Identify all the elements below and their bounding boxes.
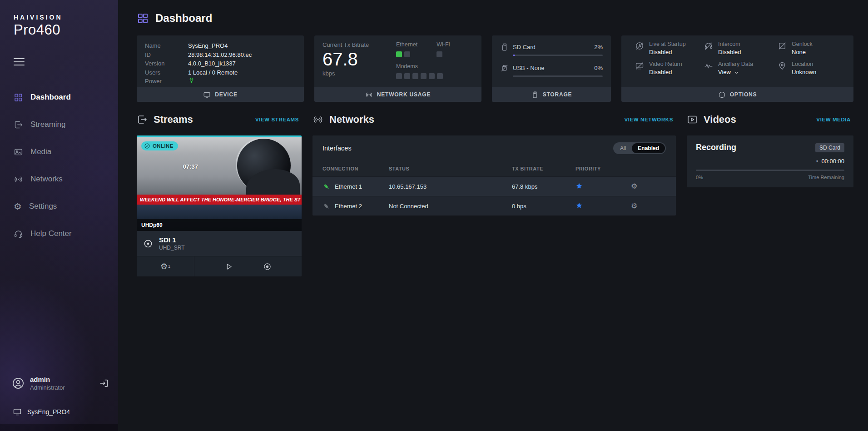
brand-pro460: Pro460 xyxy=(14,22,118,38)
bitrate-unit: kbps xyxy=(322,70,391,77)
sd-card-progressbar xyxy=(513,55,603,56)
input-source-icon xyxy=(143,239,153,249)
stream-thumbnail[interactable]: 07:37 WEEKEND WILL AFFECT THE HONORE-MER… xyxy=(137,137,302,231)
device-name-row: SysEng_PRO4 xyxy=(13,407,70,416)
network-usage-footer-button[interactable]: NETWORK USAGE xyxy=(314,87,481,102)
sidebar-item-media[interactable]: Media xyxy=(0,138,118,165)
sidebar-item-help-center[interactable]: Help Center xyxy=(0,220,118,247)
streaming-icon xyxy=(14,120,23,130)
wave-icon xyxy=(704,61,713,70)
intercom-disabled-icon xyxy=(704,41,713,50)
dashboard-icon xyxy=(14,93,23,102)
wifi-indicator: Wi-Fi xyxy=(436,41,450,57)
device-field-value: 1 Local / 0 Remote xyxy=(188,68,238,77)
device-field-value: SysEng_PRO4 xyxy=(188,41,228,50)
interface-settings-icon[interactable]: ⚙ xyxy=(631,183,666,190)
option-video-return: Video Return Disabled xyxy=(635,61,704,75)
stream-name: SDI 1 xyxy=(159,236,184,244)
wifi-1-indicator xyxy=(436,51,442,57)
sidebar-item-label: Settings xyxy=(29,202,57,211)
bitrate-label: Current Tx Bitrate xyxy=(322,41,391,48)
device-field-label: Users xyxy=(145,68,188,77)
streams-section-header: Streams VIEW STREAMS xyxy=(137,114,302,125)
option-ancillary-data: Ancillary Data View xyxy=(704,61,778,75)
stream-settings-button[interactable]: ⚙ 1 xyxy=(137,256,194,276)
modems-indicator: Modems xyxy=(396,63,450,79)
option-label: Genlock xyxy=(792,41,813,47)
interfaces-title: Interfaces xyxy=(322,145,352,152)
option-genlock: Genlock None xyxy=(778,41,853,55)
network-usage-footer-label: NETWORK USAGE xyxy=(377,91,431,98)
view-networks-link[interactable]: VIEW NETWORKS xyxy=(625,117,676,122)
interfaces-table-header: CONNECTION STATUS TX BITRATE PRIORITY xyxy=(312,161,676,176)
sidebar-item-dashboard[interactable]: Dashboard xyxy=(0,84,118,111)
option-value: Unknown xyxy=(792,69,816,75)
usb-row: USB - None 0% xyxy=(500,64,603,77)
column-tx-bitrate: TX BITRATE xyxy=(512,166,575,171)
storage-footer-button[interactable]: STORAGE xyxy=(492,87,611,102)
interfaces-panel: Interfaces All Enabled CONNECTION STATUS… xyxy=(312,135,676,216)
option-label: Location xyxy=(792,61,816,67)
avatar-icon xyxy=(12,377,25,390)
online-status-label: ONLINE xyxy=(153,143,174,149)
sidebar-item-settings[interactable]: ⚙ Settings xyxy=(0,193,118,220)
device-footer-button[interactable]: DEVICE xyxy=(137,87,304,102)
sidebar-item-networks[interactable]: Networks xyxy=(0,165,118,193)
page-header: Dashboard xyxy=(137,12,853,25)
sidebar: HAIVISION Pro460 Dashboard Streaming Med… xyxy=(0,0,118,431)
wifi-label: Wi-Fi xyxy=(436,41,450,48)
recording-time-remaining-label: Time Remaining xyxy=(808,175,844,180)
ethernet-2-indicator xyxy=(404,51,410,57)
device-field-value: 4.0.0_B10_jk1337 xyxy=(188,59,236,68)
sidebar-item-label: Networks xyxy=(30,175,63,184)
priority-star-icon[interactable] xyxy=(575,202,583,209)
filter-all-button[interactable]: All xyxy=(614,143,632,153)
recording-bullet-icon: • xyxy=(816,158,818,164)
usb-progressbar xyxy=(513,75,603,77)
brand-logo: HAIVISION Pro460 xyxy=(0,0,118,38)
stream-settings-count: 1 xyxy=(168,264,170,269)
user-name: admin xyxy=(30,376,94,383)
view-streams-link[interactable]: VIEW STREAMS xyxy=(255,117,302,122)
connection-bitrate: 67.8 kbps xyxy=(512,183,575,190)
option-label: Intercom xyxy=(718,41,741,47)
logout-icon[interactable] xyxy=(99,378,109,388)
connection-status: 10.65.167.153 xyxy=(389,183,512,190)
recording-percent: 0% xyxy=(696,175,703,180)
stream-subtitle: UHD_SRT xyxy=(159,245,184,251)
connection-name: Ethernet 2 xyxy=(335,203,362,210)
connection-bitrate: 0 bps xyxy=(512,203,575,210)
networks-section-header: Networks VIEW NETWORKS xyxy=(312,114,676,125)
options-footer-label: OPTIONS xyxy=(730,91,757,98)
ethernet-label: Ethernet xyxy=(396,41,417,48)
videos-section-header: Videos VIEW MEDIA xyxy=(687,114,853,125)
stream-play-button[interactable] xyxy=(224,262,233,271)
sidebar-item-streaming[interactable]: Streaming xyxy=(0,111,118,138)
video-return-disabled-icon xyxy=(635,61,644,70)
antenna-icon xyxy=(14,175,23,184)
ethernet-1-indicator xyxy=(396,51,402,57)
storage-icon xyxy=(531,91,539,99)
online-status-badge: ONLINE xyxy=(141,141,178,150)
view-media-link[interactable]: VIEW MEDIA xyxy=(816,117,853,122)
record-icon xyxy=(263,262,272,271)
interface-settings-icon[interactable]: ⚙ xyxy=(631,202,666,210)
sd-card-icon xyxy=(500,43,509,51)
priority-star-icon[interactable] xyxy=(575,182,583,190)
menu-toggle-button[interactable] xyxy=(14,58,25,65)
ancillary-data-dropdown[interactable]: View xyxy=(718,69,753,75)
device-field-label: Name xyxy=(145,41,188,50)
stream-card[interactable]: 07:37 WEEKEND WILL AFFECT THE HONORE-MER… xyxy=(137,135,302,276)
stream-record-button[interactable] xyxy=(263,262,272,271)
column-priority: PRIORITY xyxy=(575,166,631,171)
startup-disabled-icon xyxy=(635,41,644,50)
thumbnail-lower-third xyxy=(137,205,302,219)
app-root: HAIVISION Pro460 Dashboard Streaming Med… xyxy=(0,0,868,431)
network-usage-card: Current Tx Bitrate 67.8 kbps Ethernet xyxy=(314,35,481,102)
table-row-ethernet-2: Ethernet 2 Not Connected 0 bps ⚙ xyxy=(312,196,676,216)
videos-icon xyxy=(687,114,698,125)
thumbnail-timecode: 07:37 xyxy=(183,163,198,170)
ethernet-connector-icon xyxy=(322,202,330,210)
options-footer-button[interactable]: OPTIONS xyxy=(621,87,853,102)
filter-enabled-button[interactable]: Enabled xyxy=(632,143,665,153)
